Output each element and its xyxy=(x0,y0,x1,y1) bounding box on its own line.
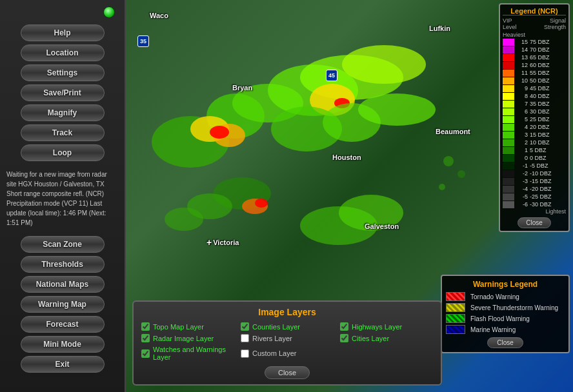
sidebar: HelpLocationSettingsSave/PrintMagnifyTra… xyxy=(0,0,126,392)
layer-label-cities[interactable]: Cities Layer xyxy=(352,335,389,342)
legend-row: 945 DBZ xyxy=(503,84,566,92)
image-layers-dialog: Image Layers Topo Map LayerCounties Laye… xyxy=(132,300,442,386)
legend-headers: VIPLevel SignalStrength xyxy=(503,17,566,30)
legend-row: 315 DBZ xyxy=(503,131,566,139)
layer-item-topo: Topo Map Layer xyxy=(141,322,234,331)
sidebar-btn-settings[interactable]: Settings xyxy=(21,64,105,81)
legend-close-button[interactable]: Close xyxy=(518,217,551,228)
status-indicator xyxy=(103,6,115,18)
sidebar-btn-minimode[interactable]: Mini Mode xyxy=(21,336,105,353)
image-layers-title: Image Layers xyxy=(141,307,433,317)
warnings-close-button[interactable]: Close xyxy=(487,337,523,348)
legend-row: 525 DBZ xyxy=(503,115,566,123)
legend-row: -6-30 DBZ xyxy=(503,201,566,208)
legend-row: -3-15 DBZ xyxy=(503,177,566,185)
legend-row: 1470 DBZ xyxy=(503,46,566,54)
layer-item-watches: Watches and Warnings Layer xyxy=(141,346,234,361)
legend-row: 00 DBZ xyxy=(503,154,566,162)
layer-checkbox-watches[interactable] xyxy=(141,349,150,358)
warn-row-flood: Flash Flood Warning xyxy=(446,314,565,323)
city-label-houston: Houston xyxy=(332,153,361,161)
heaviest-label: Heaviest xyxy=(503,32,566,38)
layer-label-rivers[interactable]: Rivers Layer xyxy=(252,335,292,342)
warn-rows: Tornado WarningSevere Thunderstorm Warni… xyxy=(446,292,565,334)
layer-item-radar: Radar Image Layer xyxy=(141,334,234,342)
sidebar-buttons: HelpLocationSettingsSave/PrintMagnifyTra… xyxy=(0,24,125,373)
layer-item-rivers: Rivers Layer xyxy=(241,334,334,342)
sidebar-btn-location[interactable]: Location xyxy=(21,44,105,61)
sidebar-btn-help[interactable]: Help xyxy=(21,24,105,41)
legend-row: -2-10 DBZ xyxy=(503,170,566,177)
legend-row: 1155 DBZ xyxy=(503,69,566,77)
layers-grid: Topo Map LayerCounties LayerHighways Lay… xyxy=(141,322,433,361)
sidebar-btn-exit[interactable]: Exit xyxy=(21,356,105,373)
legend-row: 420 DBZ xyxy=(503,123,566,131)
layer-item-custom: Custom Layer xyxy=(241,346,334,361)
legend-row: 1050 DBZ xyxy=(503,77,566,84)
city-label-waco: Waco xyxy=(150,12,168,19)
legend-row: 1365 DBZ xyxy=(503,54,566,61)
legend-row: 735 DBZ xyxy=(503,100,566,108)
signal-header: SignalStrength xyxy=(544,17,566,30)
highway-45-marker: 45 xyxy=(326,70,337,81)
city-label-victoria: +Victoria xyxy=(206,237,239,248)
layer-checkbox-highways[interactable] xyxy=(340,322,348,331)
layer-checkbox-counties[interactable] xyxy=(241,322,249,331)
vip-header: VIPLevel xyxy=(503,17,517,30)
layers-close-button[interactable]: Close xyxy=(265,366,310,379)
city-label-beaumont: Beaumont xyxy=(436,128,470,135)
sidebar-btn-thresholds[interactable]: Thresholds xyxy=(21,256,105,273)
layer-checkbox-radar[interactable] xyxy=(141,334,150,342)
legend-row: -1-5 DBZ xyxy=(503,162,566,170)
legend-row: 1260 DBZ xyxy=(503,61,566,69)
legend-row: 15 DBZ xyxy=(503,146,566,154)
lightest-label: Lightest xyxy=(503,208,566,215)
legend-row: -5-25 DBZ xyxy=(503,193,566,201)
legend-rows: 1575 DBZ1470 DBZ1365 DBZ1260 DBZ1155 DBZ… xyxy=(503,38,566,208)
layer-label-highways[interactable]: Highways Layer xyxy=(352,323,402,331)
warn-row-marine: Marine Warning xyxy=(446,325,565,334)
legend-row: 630 DBZ xyxy=(503,108,566,115)
warn-row-thunderstorm: Severe Thunderstorm Warning xyxy=(446,303,565,312)
legend-ncr: Legend (NCR) VIPLevel SignalStrength Hea… xyxy=(499,3,570,232)
layer-label-radar[interactable]: Radar Image Layer xyxy=(153,335,214,342)
sidebar-btn-forecast[interactable]: Forecast xyxy=(21,316,105,333)
layer-label-custom[interactable]: Custom Layer xyxy=(252,349,296,357)
city-label-galveston: Galveston xyxy=(365,222,399,230)
sidebar-btn-magnify[interactable]: Magnify xyxy=(21,104,105,121)
layer-item-cities: Cities Layer xyxy=(340,334,433,342)
layer-item-highways: Highways Layer xyxy=(340,322,433,331)
legend-row: 840 DBZ xyxy=(503,92,566,100)
sidebar-btn-scanzone[interactable]: Scan Zone xyxy=(21,236,105,253)
layer-label-topo[interactable]: Topo Map Layer xyxy=(153,323,204,331)
status-text: Waiting for a new image from radar site … xyxy=(0,164,125,233)
legend-row: 210 DBZ xyxy=(503,139,566,146)
legend-row: 1575 DBZ xyxy=(503,38,566,46)
layer-item-counties: Counties Layer xyxy=(241,322,334,331)
layer-checkbox-custom[interactable] xyxy=(241,349,249,358)
city-label-bryan: Bryan xyxy=(232,84,252,92)
legend-title: Legend (NCR) xyxy=(503,7,566,15)
legend-row: -4-20 DBZ xyxy=(503,185,566,193)
layer-checkbox-rivers[interactable] xyxy=(241,334,249,342)
map-area: WacoLufkinBryanBeaumontHoustonGalveston+… xyxy=(126,0,573,392)
sidebar-btn-warningmap[interactable]: Warning Map xyxy=(21,296,105,313)
layer-checkbox-topo[interactable] xyxy=(141,322,150,331)
sidebar-btn-track[interactable]: Track xyxy=(21,124,105,141)
sidebar-btn-saveprint[interactable]: Save/Print xyxy=(21,84,105,101)
layer-label-watches[interactable]: Watches and Warnings Layer xyxy=(153,346,234,361)
warnings-legend: Warnings Legend Tornado WarningSevere Th… xyxy=(441,275,570,353)
sidebar-btn-nationalmaps[interactable]: National Maps xyxy=(21,276,105,293)
highway-35-marker: 35 xyxy=(137,35,149,47)
warn-row-tornado: Tornado Warning xyxy=(446,292,565,301)
sidebar-btn-loop[interactable]: Loop xyxy=(21,144,105,161)
warnings-legend-title: Warnings Legend xyxy=(446,280,565,289)
city-label-lufkin: Lufkin xyxy=(429,24,450,32)
layer-checkbox-cities[interactable] xyxy=(340,334,348,342)
layer-label-counties[interactable]: Counties Layer xyxy=(252,323,300,331)
